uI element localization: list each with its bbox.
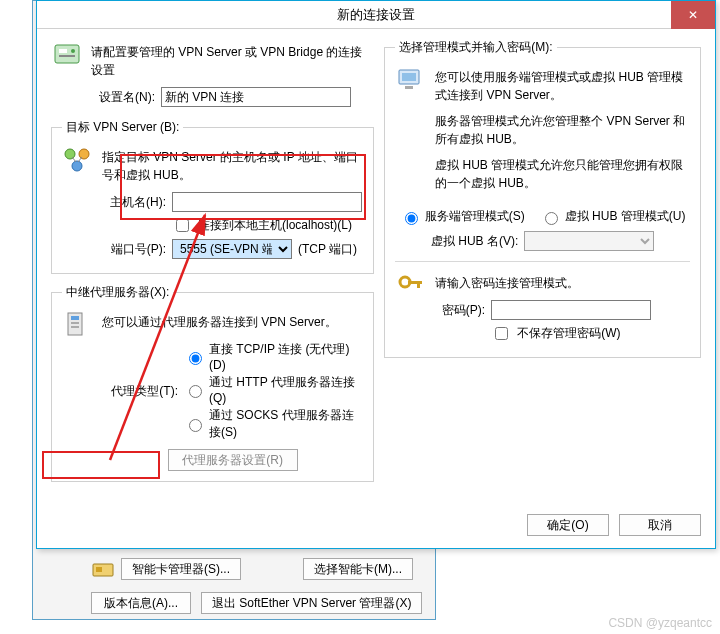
- proxy-direct-radio[interactable]: [189, 352, 202, 365]
- proxy-group: 中继代理服务器(X): 您可以通过代理服务器连接到 VPN Server。 代理…: [51, 284, 374, 482]
- proxy-settings-button[interactable]: 代理服务器设置(R): [168, 449, 298, 471]
- host-label: 主机名(H):: [102, 194, 166, 211]
- svg-rect-4: [55, 45, 79, 63]
- mode-server-radio[interactable]: [405, 212, 418, 225]
- localhost-label: 连接到本地主机(localhost)(L): [198, 217, 352, 234]
- mode-hub-radio[interactable]: [545, 212, 558, 225]
- proxy-socks-label: 通过 SOCKS 代理服务器连接(S): [209, 407, 363, 441]
- watermark: CSDN @yzqeantcc: [608, 616, 712, 630]
- target-server-group: 目标 VPN Server (B): 指定目标 VPN Server 的主机名或…: [51, 119, 374, 274]
- svg-point-8: [65, 149, 75, 159]
- svg-rect-16: [71, 326, 79, 328]
- ok-button[interactable]: 确定(O): [527, 514, 609, 536]
- mode-hub-label: 虚拟 HUB 管理模式(U): [565, 208, 686, 225]
- network-icon: [62, 144, 94, 176]
- mode-server-label: 服务端管理模式(S): [425, 208, 525, 225]
- svg-rect-21: [408, 281, 422, 284]
- svg-rect-15: [71, 322, 79, 324]
- target-server-legend: 目标 VPN Server (B):: [62, 119, 183, 136]
- dialog-title: 新的连接设置: [337, 6, 415, 24]
- mode-desc2: 服务器管理模式允许您管理整个 VPN Server 和所有虚拟 HUB。: [435, 112, 690, 148]
- proxy-legend: 中继代理服务器(X):: [62, 284, 173, 301]
- proxy-desc: 您可以通过代理服务器连接到 VPN Server。: [102, 313, 363, 331]
- dialog-titlebar: 新的连接设置 ✕: [37, 1, 715, 29]
- proxy-type-label: 代理类型(T):: [102, 383, 178, 400]
- svg-rect-19: [405, 86, 413, 89]
- smartcard-manager-button[interactable]: 智能卡管理器(S)...: [121, 558, 241, 580]
- svg-rect-3: [96, 567, 102, 572]
- setting-name-input[interactable]: [161, 87, 351, 107]
- port-label: 端口号(P):: [102, 241, 166, 258]
- setting-name-label: 设置名(N):: [91, 89, 155, 106]
- svg-rect-22: [417, 284, 420, 288]
- no-save-password-label: 不保存管理密码(W): [517, 325, 620, 342]
- version-info-button[interactable]: 版本信息(A)...: [91, 592, 191, 614]
- localhost-checkbox[interactable]: [176, 219, 189, 232]
- mode-desc1: 您可以使用服务端管理模式或虚拟 HUB 管理模式连接到 VPN Server。: [435, 68, 690, 104]
- proxy-socks-radio[interactable]: [189, 419, 202, 432]
- mode-legend: 选择管理模式并输入密码(M):: [395, 39, 556, 56]
- svg-point-9: [79, 149, 89, 159]
- select-smartcard-button[interactable]: 选择智能卡(M)...: [303, 558, 413, 580]
- password-input[interactable]: [491, 300, 651, 320]
- port-select[interactable]: 5555 (SE-VPN 端口): [172, 239, 292, 259]
- port-suffix: (TCP 端口): [298, 241, 357, 258]
- proxy-direct-label: 直接 TCP/IP 连接 (无代理) (D): [209, 341, 363, 372]
- svg-rect-14: [71, 316, 79, 320]
- close-icon: ✕: [688, 8, 698, 22]
- exit-manager-button[interactable]: 退出 SoftEther VPN Server 管理器(X): [201, 592, 422, 614]
- close-button[interactable]: ✕: [671, 1, 715, 29]
- mode-desc3: 虚拟 HUB 管理模式允许您只能管理您拥有权限的一个虚拟 HUB。: [435, 156, 690, 192]
- proxy-http-label: 通过 HTTP 代理服务器连接(Q): [209, 374, 363, 405]
- cancel-button[interactable]: 取消: [619, 514, 701, 536]
- svg-point-10: [72, 161, 82, 171]
- new-connection-dialog: 新的连接设置 ✕ 请配置要管理的 VPN Server 或 VPN Bridge…: [36, 0, 716, 549]
- svg-point-6: [71, 49, 75, 53]
- proxy-http-radio[interactable]: [189, 385, 202, 398]
- svg-rect-18: [402, 73, 416, 81]
- no-save-password-checkbox[interactable]: [495, 327, 508, 340]
- password-prompt: 请输入密码连接管理模式。: [435, 274, 690, 292]
- host-input[interactable]: [172, 192, 362, 212]
- hub-name-select: [524, 231, 654, 251]
- svg-rect-5: [59, 49, 67, 53]
- smartcard-icon: [91, 558, 115, 580]
- password-label: 密码(P):: [435, 302, 485, 319]
- proxy-icon: [62, 309, 94, 341]
- computer-icon: [395, 64, 427, 96]
- key-icon: [395, 270, 427, 302]
- target-desc: 指定目标 VPN Server 的主机名或 IP 地址、端口号和虚拟 HUB。: [102, 148, 363, 184]
- hub-name-label: 虚拟 HUB 名(V):: [431, 233, 518, 250]
- intro-text: 请配置要管理的 VPN Server 或 VPN Bridge 的连接设置: [91, 43, 374, 79]
- svg-rect-7: [59, 55, 75, 57]
- mode-group: 选择管理模式并输入密码(M): 您可以使用服务端管理模式或虚拟 HUB 管理模式…: [384, 39, 701, 358]
- server-icon: [51, 39, 83, 71]
